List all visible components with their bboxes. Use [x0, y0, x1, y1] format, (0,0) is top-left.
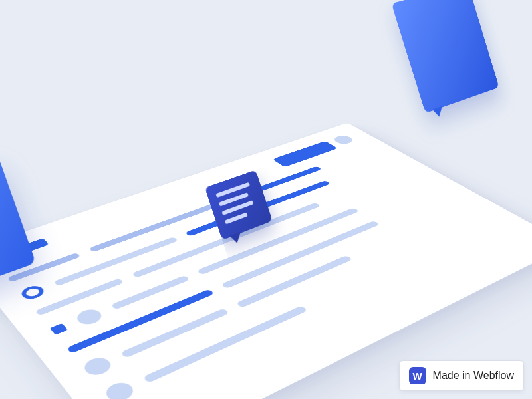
text-line	[66, 289, 215, 354]
checkbox	[50, 323, 68, 335]
text-line	[110, 275, 190, 310]
avatar-ring	[18, 283, 47, 301]
hero-illustration	[0, 36, 532, 399]
avatar	[73, 307, 105, 327]
avatar	[331, 134, 356, 146]
text-line	[120, 308, 229, 358]
webflow-logo-icon: W	[409, 367, 426, 384]
chat-bubble-right	[392, 0, 499, 113]
document-sheet	[0, 123, 532, 399]
made-in-webflow-badge[interactable]: W Made in Webflow	[399, 360, 524, 391]
avatar	[102, 380, 138, 399]
text-line	[143, 305, 308, 383]
text-line	[53, 237, 178, 286]
text-line	[236, 255, 353, 308]
avatar	[80, 355, 115, 378]
badge-label: Made in Webflow	[433, 370, 514, 382]
text-line	[35, 278, 124, 316]
